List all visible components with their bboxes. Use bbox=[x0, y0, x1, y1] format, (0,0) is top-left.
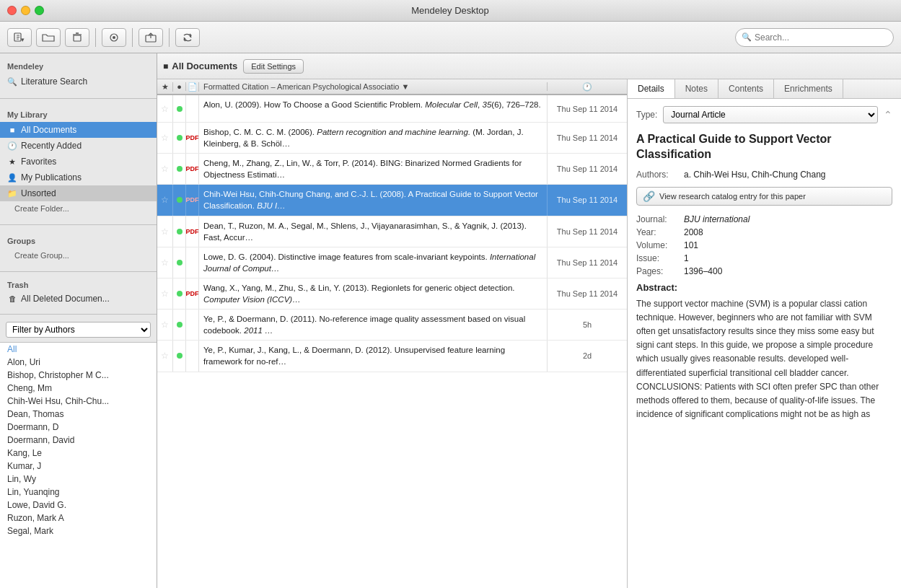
detail-metadata: Journal: BJU international Year: 2008 Vo… bbox=[636, 214, 892, 276]
sidebar-item-my-publications[interactable]: 👤 My Publications bbox=[0, 170, 157, 185]
author-list-item[interactable]: Lin, Wy bbox=[0, 473, 157, 486]
table-row[interactable]: ☆ Ye, P., Kumar, J., Kang, L., & Doerman… bbox=[157, 341, 627, 372]
new-document-button[interactable]: ▾ bbox=[7, 28, 32, 47]
date-cell: 5h bbox=[548, 310, 627, 340]
author-list-item[interactable]: Doermann, D bbox=[0, 421, 157, 434]
sidebar-item-all-deleted[interactable]: 🗑 All Deleted Documen... bbox=[0, 291, 157, 307]
sidebar-item-all-documents[interactable]: ■ All Documents bbox=[0, 122, 157, 138]
author-list-item[interactable]: Kang, Le bbox=[0, 447, 157, 460]
search-box[interactable]: 🔍 bbox=[735, 28, 894, 47]
view-catalog-button[interactable]: 🔗 View research catalog entry for this p… bbox=[636, 187, 892, 206]
read-cell bbox=[173, 154, 186, 184]
pdf-cell bbox=[186, 310, 199, 340]
tab-details[interactable]: Details bbox=[628, 79, 675, 98]
clock-icon: 🕐 bbox=[7, 141, 17, 151]
table-row[interactable]: ☆ Ye, P., & Doermann, D. (2011). No-refe… bbox=[157, 310, 627, 341]
date-cell: Thu Sep 11 2014 bbox=[548, 247, 627, 278]
detail-tabs: Details Notes Contents Enrichments bbox=[628, 79, 901, 99]
star-cell[interactable]: ☆ bbox=[157, 247, 173, 278]
filter-authors-select[interactable]: Filter by Authors bbox=[6, 322, 151, 338]
header-date[interactable]: 🕐 bbox=[548, 82, 627, 92]
pdf-cell: PDF bbox=[186, 278, 199, 309]
detail-panel: Details Notes Contents Enrichments Type:… bbox=[627, 79, 901, 588]
author-list-item[interactable]: Doermann, David bbox=[0, 434, 157, 447]
tab-notes[interactable]: Notes bbox=[675, 79, 718, 98]
tab-enrichments[interactable]: Enrichments bbox=[774, 79, 843, 98]
table-row[interactable]: ☆ Alon, U. (2009). How To Choose a Good … bbox=[157, 95, 627, 123]
delete-button[interactable] bbox=[65, 28, 89, 47]
table-row[interactable]: ☆ PDF Bishop, C. M. C. C. M. (2006). Pat… bbox=[157, 123, 627, 154]
read-cell bbox=[173, 341, 186, 371]
star-cell[interactable]: ☆ bbox=[157, 278, 173, 309]
year-row: Year: 2008 bbox=[636, 227, 892, 237]
edit-settings-button[interactable]: Edit Settings bbox=[243, 59, 304, 74]
my-library-heading: My Library bbox=[0, 107, 157, 122]
tab-contents[interactable]: Contents bbox=[718, 79, 774, 98]
read-cell bbox=[173, 95, 186, 122]
watch-folder-button[interactable] bbox=[102, 28, 126, 47]
table-row[interactable]: ☆ PDF Cheng, M., Zhang, Z., Lin, W., & T… bbox=[157, 154, 627, 185]
table-row[interactable]: ☆ Lowe, D. G. (2004). Distinctive image … bbox=[157, 247, 627, 278]
header-star: ★ bbox=[157, 82, 173, 92]
star-cell[interactable]: ☆ bbox=[157, 185, 173, 215]
citation-cell: Chih-Wei Hsu, Chih-Chung Chang, and C.-J… bbox=[199, 185, 548, 215]
author-list-item[interactable]: Kumar, J bbox=[0, 460, 157, 473]
sidebar-item-create-folder[interactable]: Create Folder... bbox=[0, 201, 157, 216]
citation-cell: Bishop, C. M. C. C. M. (2006). Pattern r… bbox=[199, 123, 548, 153]
search-input[interactable] bbox=[755, 32, 887, 43]
author-list-item[interactable]: Alon, Uri bbox=[0, 356, 157, 369]
search-icon: 🔍 bbox=[742, 32, 752, 42]
author-list-item[interactable]: Bishop, Christopher M C... bbox=[0, 369, 157, 382]
sidebar-item-create-group[interactable]: Create Group... bbox=[0, 248, 157, 263]
sidebar-item-literature-search[interactable]: 🔍 Literature Search bbox=[0, 74, 157, 89]
sync-button[interactable] bbox=[175, 28, 200, 47]
header-pdf: 📄 bbox=[186, 82, 199, 92]
year-label: Year: bbox=[636, 227, 680, 237]
table-row[interactable]: ☆ PDF Chih-Wei Hsu, Chih-Chung Chang, an… bbox=[157, 185, 627, 216]
author-list-item[interactable]: Lowe, David G. bbox=[0, 499, 157, 512]
sidebar: Mendeley 🔍 Literature Search My Library … bbox=[0, 53, 157, 588]
author-list-item[interactable]: Dean, Thomas bbox=[0, 408, 157, 421]
mendeley-heading: Mendeley bbox=[0, 59, 157, 74]
author-list-item[interactable]: Lin, Yuanqing bbox=[0, 486, 157, 499]
star-cell[interactable]: ☆ bbox=[157, 216, 173, 247]
catalog-icon: 🔗 bbox=[643, 190, 655, 202]
svg-rect-5 bbox=[74, 35, 81, 41]
author-list-item[interactable]: Chih-Wei Hsu, Chih-Chu... bbox=[0, 395, 157, 408]
journal-row: Journal: BJU international bbox=[636, 214, 892, 224]
star-cell[interactable]: ☆ bbox=[157, 123, 173, 153]
journal-value: BJU international bbox=[684, 214, 750, 224]
sidebar-item-unsorted[interactable]: 📁 Unsorted bbox=[0, 185, 157, 201]
star-cell[interactable]: ☆ bbox=[157, 95, 173, 122]
author-list-item[interactable]: All bbox=[0, 343, 157, 356]
sidebar-divider3 bbox=[0, 271, 157, 272]
table-row[interactable]: ☆ PDF Wang, X., Yang, M., Zhu, S., & Lin… bbox=[157, 278, 627, 310]
pdf-cell bbox=[186, 247, 199, 278]
toolbar-sep3 bbox=[169, 28, 170, 47]
table-row[interactable]: ☆ PDF Dean, T., Ruzon, M. A., Segal, M.,… bbox=[157, 216, 627, 247]
svg-point-9 bbox=[113, 36, 115, 39]
sidebar-item-recently-added[interactable]: 🕐 Recently Added bbox=[0, 138, 157, 154]
header-citation[interactable]: Formatted Citation – American Psychologi… bbox=[199, 82, 548, 91]
pages-label: Pages: bbox=[636, 266, 680, 276]
authors-list: AllAlon, UriBishop, Christopher M C...Ch… bbox=[0, 342, 157, 588]
folder-button[interactable] bbox=[36, 28, 61, 47]
app-title: Mendeley Desktop bbox=[6, 5, 894, 16]
type-select[interactable]: Journal Article bbox=[663, 106, 878, 123]
read-cell bbox=[173, 216, 186, 247]
star-cell[interactable]: ☆ bbox=[157, 341, 173, 371]
export-button[interactable] bbox=[139, 28, 163, 47]
detail-content: Type: Journal Article ⌃ A Practical Guid… bbox=[628, 99, 901, 588]
author-list-item[interactable]: Ruzon, Mark A bbox=[0, 512, 157, 525]
search-icon: 🔍 bbox=[7, 77, 17, 87]
type-label: Type: bbox=[636, 110, 657, 120]
star-cell[interactable]: ☆ bbox=[157, 310, 173, 340]
issue-row: Issue: 1 bbox=[636, 253, 892, 263]
sidebar-item-favorites[interactable]: ★ Favorites bbox=[0, 154, 157, 170]
read-cell bbox=[173, 310, 186, 340]
star-cell[interactable]: ☆ bbox=[157, 154, 173, 184]
read-cell bbox=[173, 185, 186, 215]
author-list-item[interactable]: Cheng, Mm bbox=[0, 382, 157, 395]
author-list-item[interactable]: Segal, Mark bbox=[0, 525, 157, 537]
authors-value: a. Chih-Wei Hsu, Chih-Chung Chang bbox=[684, 170, 826, 180]
